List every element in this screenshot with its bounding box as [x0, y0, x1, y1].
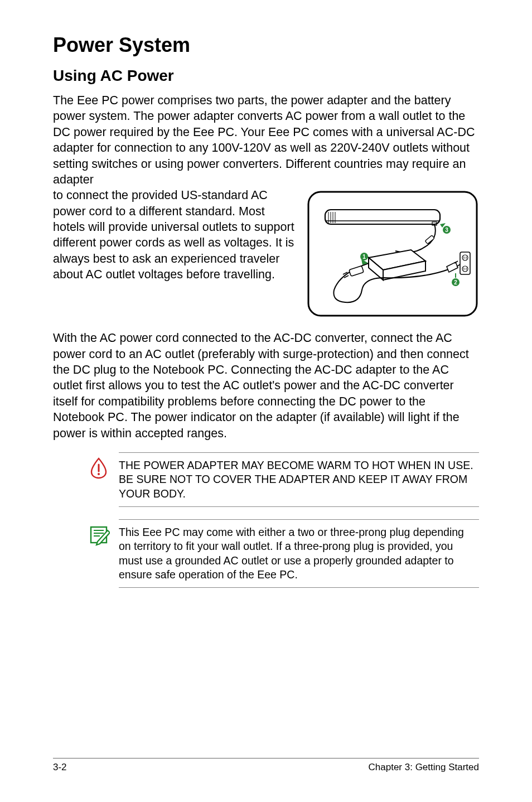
page-number: 3-2	[53, 762, 67, 773]
chapter-label: Chapter 3: Getting Started	[369, 762, 479, 773]
laptop-icon	[325, 210, 440, 225]
svg-rect-1	[325, 210, 440, 224]
svg-rect-14	[460, 252, 470, 274]
heading-using-ac-power: Using AC Power	[53, 67, 479, 85]
adapter-brick-icon	[369, 250, 425, 280]
body-paragraph-1b: to connect the provided US-standard AC p…	[53, 189, 294, 281]
warning-icon	[88, 452, 119, 481]
marker-3: 3	[440, 223, 451, 234]
svg-text:3: 3	[445, 227, 448, 233]
cord-plug-icon	[343, 266, 364, 278]
note-callout: This Eee PC may come with either a two o…	[88, 519, 479, 588]
note-icon	[88, 519, 119, 548]
heading-power-system: Power System	[53, 33, 479, 57]
wall-outlet-icon	[460, 252, 470, 274]
svg-rect-8	[425, 235, 434, 244]
svg-text:1: 1	[362, 254, 366, 260]
svg-rect-11	[349, 266, 364, 277]
warning-text: THE POWER ADAPTER MAY BECOME WARM TO HOT…	[119, 452, 479, 507]
svg-point-29	[98, 473, 100, 475]
ac-plug-icon	[447, 261, 460, 272]
marker-2: 2	[452, 273, 460, 286]
svg-text:2: 2	[454, 279, 457, 286]
body-paragraph-1b-wrap: 1 3 2 to connect the provided US-standar…	[53, 187, 479, 318]
page-footer: 3-2 Chapter 3: Getting Started	[53, 758, 479, 773]
note-text: This Eee PC may come with either a two o…	[119, 519, 479, 588]
body-paragraph-2: With the AC power cord connected to the …	[53, 330, 479, 441]
body-paragraph-1a: The Eee PC power comprises two parts, th…	[53, 93, 479, 187]
power-adapter-diagram: 1 3 2	[306, 190, 479, 318]
warning-callout: THE POWER ADAPTER MAY BECOME WARM TO HOT…	[88, 452, 479, 507]
